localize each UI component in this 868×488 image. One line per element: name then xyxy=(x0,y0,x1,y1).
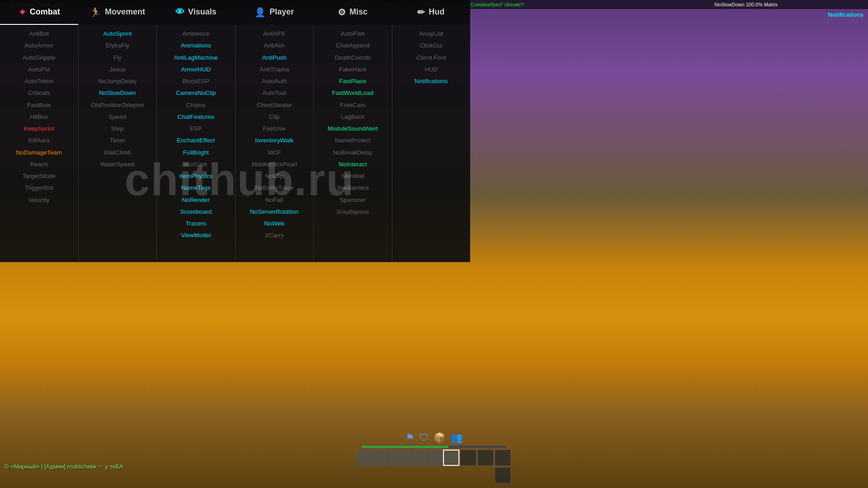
menu-item-noslowdown[interactable]: NoSlowDown xyxy=(79,88,157,99)
menu-item-clickgui[interactable]: ClickGui xyxy=(392,40,471,51)
menu-item-arraylist[interactable]: ArrayList xyxy=(392,28,471,39)
status-display: NoSlowDown 100.0% Matrix xyxy=(715,2,778,7)
menu-item-hurcam[interactable]: HurCam xyxy=(157,159,235,170)
hotbar-icon-3: 📦 xyxy=(434,432,446,444)
menu-item-noentitytrace[interactable]: NoEntityTrace xyxy=(236,183,314,193)
menu-item-itemphysics[interactable]: ItemPhysics xyxy=(157,171,235,182)
menu-item-seebarriers[interactable]: SeeBarriers xyxy=(314,183,392,193)
menu-item-antiafk[interactable]: AntiAFK xyxy=(236,28,314,39)
menu-item-autosprint[interactable]: AutoSprint xyxy=(79,28,157,39)
menu-item-fastuse[interactable]: FastUse xyxy=(236,123,314,134)
menu-item-tracers[interactable]: Tracers xyxy=(157,218,235,229)
menu-item-freecam[interactable]: FreeCam xyxy=(314,100,392,111)
menu-item-nameprotect[interactable]: NameProtect xyxy=(314,135,392,146)
menu-item-targetstrafe[interactable]: TargetStrafe xyxy=(0,171,78,182)
menu-item-noclip[interactable]: NoClip xyxy=(236,171,314,182)
menu-item-nobreakdelay[interactable]: NoBreakDelay xyxy=(314,147,392,158)
menu-columns: AntiBotAutoArmorAutoGAppleAutoPotAutoTot… xyxy=(0,25,470,262)
menu-item-hitbox[interactable]: HitBox xyxy=(0,112,78,122)
menu-item-reach[interactable]: Reach xyxy=(0,159,78,170)
menu-item-nofall[interactable]: NoFall xyxy=(236,195,314,206)
menu-item-chatfeatures[interactable]: ChatFeatures xyxy=(157,112,235,122)
xp-bar xyxy=(362,446,506,448)
menu-item-blockesp[interactable]: BlockESP xyxy=(157,76,235,87)
menu-item-fly[interactable]: Fly xyxy=(79,52,157,63)
menu-item-chatappend[interactable]: ChatAppend xyxy=(314,40,392,51)
menu-item-keepsprint[interactable]: KeepSprint xyxy=(0,123,78,134)
tab-player[interactable]: 👤 Player xyxy=(235,0,313,25)
menu-item-animations[interactable]: Animations xyxy=(157,40,235,51)
tab-misc[interactable]: ⚙ Misc xyxy=(313,0,392,25)
menu-item-skinwall[interactable]: SkinWall xyxy=(314,171,392,182)
menu-item-wallclimb[interactable]: WallClimb xyxy=(79,147,157,158)
menu-item-modulesoundalert[interactable]: ModuleSoundAlert xyxy=(314,123,392,134)
menu-item-nointeract[interactable]: NoInteract xyxy=(314,159,392,170)
menu-item-velocity[interactable]: Velocity xyxy=(0,195,78,206)
menu-item-client-font[interactable]: Client Font xyxy=(392,52,471,63)
menu-item-fastworldload[interactable]: FastWorldLoad xyxy=(314,88,392,99)
menu-item-fakehack[interactable]: FakeHack xyxy=(314,64,392,75)
menu-item-xraybypass[interactable]: XrayBypass xyxy=(314,206,392,217)
menu-item-noweb[interactable]: NoWeb xyxy=(236,218,314,229)
combat-column: AntiBotAutoArmorAutoGAppleAutoPotAutoTot… xyxy=(0,25,79,262)
hud-column: ArrayListClickGuiClient FontHUDNotificat… xyxy=(392,25,471,262)
menu-item-noserverrotation[interactable]: NoServerRotation xyxy=(236,206,314,217)
menu-item-antiaim[interactable]: AntiAim xyxy=(236,40,314,51)
menu-item-autoarmor[interactable]: AutoArmor xyxy=(0,40,78,51)
misc-icon: ⚙ xyxy=(338,7,346,18)
tab-combat[interactable]: ✦ Combat xyxy=(0,0,78,25)
menu-item-fastbow[interactable]: FastBow xyxy=(0,100,78,111)
menu-item-cheststealer[interactable]: ChestStealer xyxy=(236,100,314,111)
menu-item-esp[interactable]: ESP xyxy=(157,123,235,134)
tab-visuals[interactable]: 👁 Visuals xyxy=(157,0,235,25)
menu-item-fullbright[interactable]: FullBright xyxy=(157,147,235,158)
menu-item-autototem[interactable]: AutoTotem xyxy=(0,76,78,87)
menu-item-killaura[interactable]: KillAura xyxy=(0,135,78,146)
menu-item-inventorywalk[interactable]: InventoryWalk xyxy=(236,135,314,146)
menu-item-autotool[interactable]: AutoTool xyxy=(236,88,314,99)
menu-item-antibot[interactable]: AntiBot xyxy=(0,28,78,39)
menu-item-notifications[interactable]: Notifications xyxy=(392,76,471,87)
menu-item-armorhud[interactable]: ArmorHUD xyxy=(157,64,235,75)
menu-item-viewmodel[interactable]: ViewModel xyxy=(157,230,235,241)
menu-item-autogapple[interactable]: AutoGApple xyxy=(0,52,78,63)
menu-item-step[interactable]: Step xyxy=(79,123,157,134)
menu-item-mcf[interactable]: MCF xyxy=(236,147,314,158)
menu-item-oldpositionteleport[interactable]: OldPositionTeleport xyxy=(79,100,157,111)
menu-item-nojumpdelay[interactable]: NoJumpDelay xyxy=(79,76,157,87)
menu-item-jesus[interactable]: Jesus xyxy=(79,64,157,75)
menu-item-autoauth[interactable]: AutoAuth xyxy=(236,76,314,87)
menu-item-norender[interactable]: NoRender xyxy=(157,195,235,206)
menu-item-fastplace[interactable]: FastPlace xyxy=(314,76,392,87)
menu-item-criticals[interactable]: Criticals xyxy=(0,88,78,99)
tab-movement[interactable]: 🏃 Movement xyxy=(78,0,156,25)
menu-item-antitrapka[interactable]: AntiTrapka xyxy=(236,64,314,75)
tab-hud[interactable]: ✏ Hud xyxy=(392,0,470,25)
menu-item-autopot[interactable]: AutoPot xyxy=(0,64,78,75)
menu-item-lagback[interactable]: LagBack xyxy=(314,112,392,122)
menu-item-speed[interactable]: Speed xyxy=(79,112,157,122)
menu-item-cameranoclip[interactable]: CameraNoClip xyxy=(157,88,235,99)
menu-item-clip[interactable]: Clip xyxy=(236,112,314,122)
hotbar-slot-6 xyxy=(443,450,459,466)
menu-item-timer[interactable]: Timer xyxy=(79,135,157,146)
menu-item-nametags[interactable]: NameTags xyxy=(157,183,235,193)
menu-item-chams[interactable]: Chams xyxy=(157,100,235,111)
menu-item-triggerbot[interactable]: TriggerBot xyxy=(0,183,78,193)
menu-item-autofish[interactable]: AutoFish xyxy=(314,28,392,39)
menu-item-antilagmachine[interactable]: AntiLagMachine xyxy=(157,52,235,63)
movement-icon: 🏃 xyxy=(90,7,101,18)
menu-item-nodamageteam[interactable]: NoDamageTeam xyxy=(0,147,78,158)
menu-item-elytrafly[interactable]: ElytraFly xyxy=(79,40,157,51)
menu-item-middleclickpearl[interactable]: MiddleClickPearl xyxy=(236,159,314,170)
menu-item-hud[interactable]: HUD xyxy=(392,64,471,75)
menu-item-antipush[interactable]: AntiPush xyxy=(236,52,314,63)
menu-item-waterspeed[interactable]: WaterSpeed xyxy=(79,159,157,170)
menu-item-deathcoords[interactable]: DeathCoords xyxy=(314,52,392,63)
menu-item-ambience[interactable]: Ambience xyxy=(157,28,235,39)
menu-item-xcarry[interactable]: XCarry xyxy=(236,230,314,241)
menu-item-enchanteffect[interactable]: EnchantEffect xyxy=(157,135,235,146)
hotbar-slot-7 xyxy=(460,450,476,466)
menu-item-scoreboard[interactable]: Scoreboard xyxy=(157,206,235,217)
menu-item-spammer[interactable]: Spammer xyxy=(314,195,392,206)
